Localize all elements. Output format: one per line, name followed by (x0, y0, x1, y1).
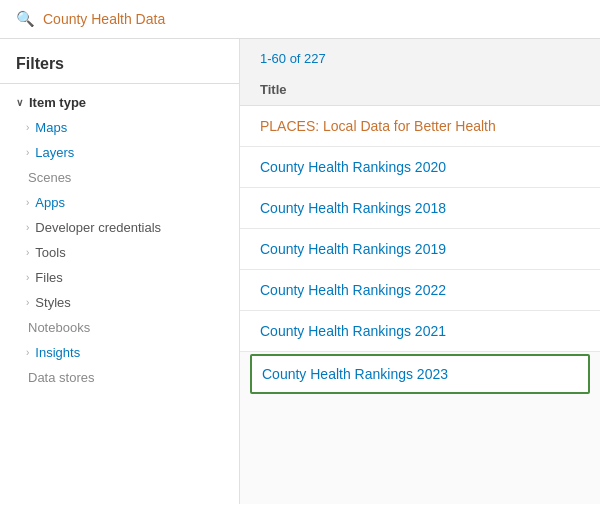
list-item[interactable]: County Health Rankings 2020 (240, 147, 600, 188)
chevron-right-icon: › (26, 122, 29, 133)
sidebar-item-label: Scenes (28, 170, 71, 185)
list-item[interactable]: County Health Rankings 2018 (240, 188, 600, 229)
sidebar-item-styles[interactable]: › Styles (0, 290, 239, 315)
sidebar-item-scenes[interactable]: Scenes (0, 165, 239, 190)
sidebar-item-tools[interactable]: › Tools (0, 240, 239, 265)
sidebar-item-files[interactable]: › Files (0, 265, 239, 290)
search-bar: 🔍 County Health Data (0, 0, 600, 39)
item-label: County Health Rankings 2023 (262, 366, 448, 382)
sidebar-item-label: Notebooks (28, 320, 90, 335)
list-item[interactable]: County Health Rankings 2019 (240, 229, 600, 270)
content-area: 1-60 of 227 Title PLACES: Local Data for… (240, 39, 600, 504)
chevron-right-icon: › (26, 272, 29, 283)
sidebar-item-label: Insights (35, 345, 80, 360)
sidebar-item-label: Maps (35, 120, 67, 135)
sidebar-item-insights[interactable]: › Insights (0, 340, 239, 365)
item-label: County Health Rankings 2018 (260, 200, 446, 216)
item-type-group[interactable]: ∨ Item type (0, 90, 239, 115)
chevron-right-icon: › (26, 197, 29, 208)
sidebar-item-label: Data stores (28, 370, 94, 385)
sidebar-item-data-stores[interactable]: Data stores (0, 365, 239, 390)
list-item[interactable]: PLACES: Local Data for Better Health (240, 106, 600, 147)
sidebar-item-label: Tools (35, 245, 65, 260)
result-count: 1-60 of 227 (240, 39, 600, 74)
sidebar-item-label: Apps (35, 195, 65, 210)
sidebar-item-notebooks[interactable]: Notebooks (0, 315, 239, 340)
sidebar-item-label: Styles (35, 295, 70, 310)
item-label: County Health Rankings 2021 (260, 323, 446, 339)
filters-title: Filters (0, 55, 239, 84)
item-label: County Health Rankings 2020 (260, 159, 446, 175)
sidebar-item-developer-credentials[interactable]: › Developer credentials (0, 215, 239, 240)
item-label: County Health Rankings 2022 (260, 282, 446, 298)
item-type-label: Item type (29, 95, 86, 110)
item-label: PLACES: Local Data for Better Health (260, 118, 496, 134)
chevron-right-icon: › (26, 297, 29, 308)
search-icon: 🔍 (16, 10, 35, 28)
search-query[interactable]: County Health Data (43, 11, 165, 27)
list-item-selected[interactable]: County Health Rankings 2023 (250, 354, 590, 394)
chevron-right-icon: › (26, 347, 29, 358)
sidebar-item-label: Developer credentials (35, 220, 161, 235)
sidebar: Filters ∨ Item type › Maps › Layers Scen… (0, 39, 240, 504)
sidebar-item-label: Layers (35, 145, 74, 160)
chevron-right-icon: › (26, 247, 29, 258)
sidebar-item-apps[interactable]: › Apps (0, 190, 239, 215)
sidebar-item-layers[interactable]: › Layers (0, 140, 239, 165)
sidebar-item-label: Files (35, 270, 62, 285)
list-item[interactable]: County Health Rankings 2021 (240, 311, 600, 352)
list-item[interactable]: County Health Rankings 2022 (240, 270, 600, 311)
chevron-down-icon: ∨ (16, 97, 23, 108)
chevron-right-icon: › (26, 147, 29, 158)
list-header: Title (240, 74, 600, 106)
sidebar-item-maps[interactable]: › Maps (0, 115, 239, 140)
main-layout: Filters ∨ Item type › Maps › Layers Scen… (0, 39, 600, 504)
chevron-right-icon: › (26, 222, 29, 233)
item-label: County Health Rankings 2019 (260, 241, 446, 257)
